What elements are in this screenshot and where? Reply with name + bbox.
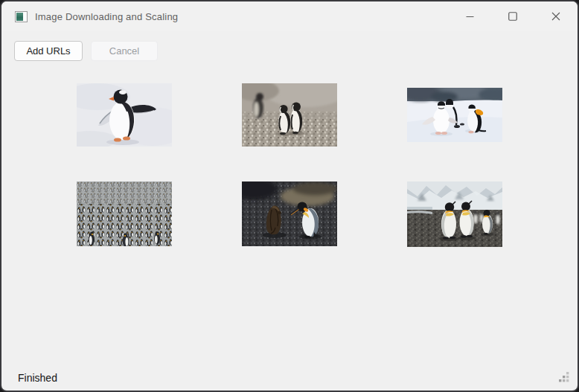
title-bar[interactable]: Image Downloading and Scaling [1, 1, 578, 31]
window-title: Image Downloading and Scaling [35, 11, 178, 22]
close-button[interactable] [534, 1, 578, 31]
grid-cell [372, 164, 537, 263]
resize-grip-icon[interactable] [559, 372, 569, 382]
grid-cell [42, 164, 207, 263]
app-window: Image Downloading and Scaling Add URLs C… [0, 0, 579, 392]
grid-cell [207, 65, 372, 164]
minimize-icon [466, 13, 474, 21]
thumbnail-king-penguin-seal [242, 181, 337, 246]
window-controls [448, 1, 578, 31]
close-icon [551, 12, 560, 21]
grid-cell [42, 65, 207, 164]
thumbnail-chinstrap-penguins [407, 88, 502, 142]
grid-cell [372, 65, 537, 164]
thumbnail-grid [42, 65, 537, 263]
thumbnail-king-penguin-colony [77, 181, 172, 246]
maximize-icon [508, 12, 517, 21]
add-urls-button[interactable]: Add URLs [14, 41, 83, 61]
minimize-button[interactable] [448, 1, 491, 31]
status-text: Finished [18, 372, 57, 384]
thumbnail-african-penguins [242, 83, 337, 147]
thumbnail-king-penguins-beach [407, 181, 502, 247]
toolbar: Add URLs Cancel [1, 41, 578, 61]
grid-cell [207, 164, 372, 263]
maximize-button[interactable] [491, 1, 534, 31]
image-thumbnail-icon [15, 11, 28, 22]
cancel-button: Cancel [91, 41, 158, 61]
thumbnail-gentoo-penguin [77, 83, 172, 147]
